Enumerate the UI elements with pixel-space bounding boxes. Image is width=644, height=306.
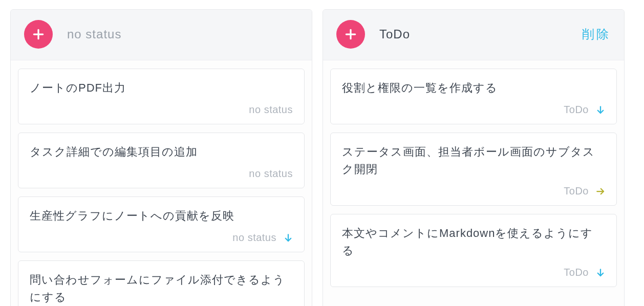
task-title: 生産性グラフにノートへの貢献を反映 (30, 207, 293, 225)
task-status: ToDo (564, 104, 589, 116)
task-card[interactable]: ノートのPDF出力 no status (18, 69, 305, 124)
column-todo: ToDo 削除 役割と権限の一覧を作成する ToDo ステータス画面、担当者ボー… (323, 9, 625, 306)
arrow-right-icon (596, 186, 605, 196)
task-card[interactable]: 本文やコメントにMarkdownを使えるようにする ToDo (330, 214, 617, 287)
plus-icon (32, 28, 45, 41)
task-status: no status (249, 104, 293, 116)
delete-column-link[interactable]: 削除 (582, 26, 611, 42)
column-no-status: no status ノートのPDF出力 no status タスク詳細での編集項… (10, 9, 312, 306)
column-title: ToDo (379, 27, 410, 41)
arrow-down-icon (596, 105, 605, 115)
task-title: ステータス画面、担当者ボール画面のサブタスク開閉 (342, 143, 605, 178)
column-header: no status (11, 10, 312, 60)
task-footer: ToDo (342, 185, 605, 197)
task-footer: ToDo (342, 104, 605, 116)
add-card-button[interactable] (24, 20, 53, 49)
task-status: ToDo (564, 185, 589, 197)
kanban-board: no status ノートのPDF出力 no status タスク詳細での編集項… (0, 0, 644, 306)
arrow-down-icon (284, 233, 293, 243)
task-card[interactable]: タスク詳細での編集項目の追加 no status (18, 133, 305, 188)
task-card[interactable]: 役割と権限の一覧を作成する ToDo (330, 69, 617, 124)
plus-icon (344, 28, 357, 41)
task-card[interactable]: ステータス画面、担当者ボール画面のサブタスク開閉 ToDo (330, 133, 617, 206)
task-footer: no status (30, 168, 293, 180)
add-card-button[interactable] (336, 20, 365, 49)
task-footer: no status (30, 104, 293, 116)
column-header: ToDo 削除 (323, 10, 624, 60)
task-card[interactable]: 問い合わせフォームにファイル添付できるようにする (18, 260, 305, 306)
column-title: no status (67, 27, 121, 41)
task-title: 役割と権限の一覧を作成する (342, 79, 605, 97)
card-list: ノートのPDF出力 no status タスク詳細での編集項目の追加 no st… (11, 60, 312, 306)
task-title: ノートのPDF出力 (30, 79, 293, 97)
task-status: no status (232, 232, 276, 244)
task-title: 本文やコメントにMarkdownを使えるようにする (342, 225, 605, 259)
task-status: ToDo (564, 267, 589, 278)
task-footer: no status (30, 232, 293, 244)
arrow-down-icon (596, 268, 605, 278)
task-card[interactable]: 生産性グラフにノートへの貢献を反映 no status (18, 196, 305, 252)
task-status: no status (249, 168, 293, 180)
card-list: 役割と権限の一覧を作成する ToDo ステータス画面、担当者ボール画面のサブタス… (323, 60, 624, 287)
task-title: タスク詳細での編集項目の追加 (30, 143, 293, 161)
task-title: 問い合わせフォームにファイル添付できるようにする (30, 271, 293, 306)
task-footer: ToDo (342, 267, 605, 278)
